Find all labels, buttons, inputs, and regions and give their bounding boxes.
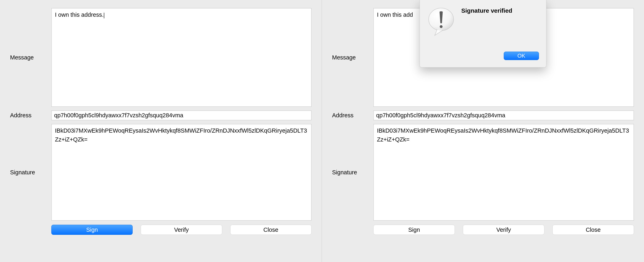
text-caret [104, 13, 104, 18]
address-row: Address [10, 110, 312, 120]
sign-button[interactable]: Sign [373, 225, 455, 235]
ok-button[interactable]: OK [504, 52, 539, 60]
address-row: Address [332, 110, 634, 120]
sign-button[interactable]: Sign [51, 225, 132, 235]
exclamation-icon [427, 7, 455, 38]
message-text: I own this address. [55, 12, 104, 18]
message-input[interactable]: I own this address. [51, 8, 312, 107]
svg-point-1 [440, 25, 442, 28]
alert-icon-wrap [427, 6, 455, 38]
signature-text: IBkD03i7MXwEk9hPEWoqREysaIs2WvHktykqf8SM… [377, 127, 629, 143]
message-text: I own this add [377, 12, 413, 18]
action-buttons: Sign Verify Close [51, 225, 312, 235]
address-label: Address [332, 112, 373, 119]
verify-button[interactable]: Verify [141, 225, 222, 235]
signature-input[interactable]: IBkD03i7MXwEk9hPEWoqREysaIs2WvHktykqf8SM… [373, 124, 634, 221]
signature-label: Signature [10, 169, 51, 176]
signature-input[interactable]: IBkD03i7MXwEk9hPEWoqREysaIs2WvHktykqf8SM… [51, 124, 312, 221]
address-input[interactable] [51, 110, 312, 120]
sign-verify-panel-left: Message I own this address. Address Sign… [0, 0, 322, 262]
signature-label: Signature [332, 169, 373, 176]
alert-dialog: Signature verified OK [420, 0, 546, 68]
action-buttons: Sign Verify Close [373, 225, 634, 235]
message-label: Message [332, 54, 373, 61]
sign-verify-panel-right: Message I own this add Address Signature… [322, 0, 644, 262]
message-row: Message I own this address. [10, 8, 312, 107]
alert-content: Signature verified [427, 6, 539, 38]
close-button[interactable]: Close [552, 225, 634, 235]
alert-title: Signature verified [461, 6, 512, 14]
signature-row: Signature IBkD03i7MXwEk9hPEWoqREysaIs2Wv… [10, 124, 312, 221]
address-input[interactable] [373, 110, 634, 120]
verify-button[interactable]: Verify [463, 225, 544, 235]
close-button[interactable]: Close [230, 225, 312, 235]
signature-text: IBkD03i7MXwEk9hPEWoqREysaIs2WvHktykqf8SM… [55, 127, 307, 143]
signature-row: Signature IBkD03i7MXwEk9hPEWoqREysaIs2Wv… [332, 124, 634, 221]
message-label: Message [10, 54, 51, 61]
address-label: Address [10, 112, 51, 119]
alert-actions: OK [427, 52, 539, 60]
